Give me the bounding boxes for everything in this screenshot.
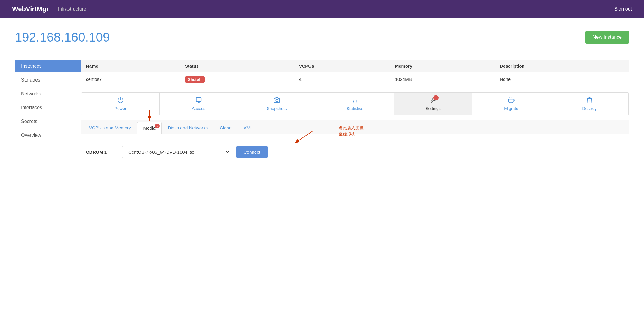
instance-status: Shutoff <box>180 72 294 86</box>
page-title-row: 192.168.160.109 New Instance <box>15 30 629 45</box>
instance-name: centos7 <box>81 72 180 86</box>
access-icon <box>195 97 202 105</box>
col-status: Status <box>180 60 294 72</box>
sidebar: InstancesStoragesNetworksInterfacesSecre… <box>15 60 81 164</box>
sub-tab-disks-networks[interactable]: Disks and Networks <box>162 122 214 134</box>
migrate-icon <box>508 97 515 105</box>
chinese-annotation: 点此插入光盘 至虚拟机 <box>339 125 364 137</box>
table-header: NameStatusVCPUsMemoryDescription <box>81 60 629 72</box>
action-tab-statistics[interactable]: Statistics <box>316 93 394 115</box>
sub-tab-clone[interactable]: Clone <box>214 122 238 134</box>
tab-badge-settings: 1 <box>433 95 439 100</box>
instance-memory: 1024MB <box>390 72 495 86</box>
col-name: Name <box>81 60 180 72</box>
signout-link[interactable]: Sign out <box>614 6 632 12</box>
main-content: 192.168.160.109 New Instance InstancesSt… <box>0 18 644 320</box>
instance-vcpus: 4 <box>294 72 390 86</box>
status-badge: Shutoff <box>185 76 204 83</box>
snapshots-icon <box>274 97 280 105</box>
statistics-icon <box>352 97 358 105</box>
action-tab-label-migrate: Migrate <box>504 106 518 111</box>
sub-tab-vcpu-memory[interactable]: VCPU's and Memory <box>83 122 137 134</box>
connect-area: Connect 点此插入光盘 至虚拟机 <box>236 146 268 158</box>
annotation-connect: 点此插入光盘 至虚拟机 <box>292 128 316 145</box>
col-memory: Memory <box>390 60 495 72</box>
cdrom-select[interactable]: CentOS-7-x86_64-DVD-1804.iso <box>122 146 230 158</box>
svg-rect-0 <box>196 98 201 102</box>
sidebar-item-interfaces[interactable]: Interfaces <box>15 101 81 114</box>
divider <box>15 54 629 54</box>
action-tab-label-destroy: Destroy <box>582 106 596 111</box>
action-tab-access[interactable]: Access <box>160 93 238 115</box>
power-icon <box>117 97 124 105</box>
action-tab-snapshots[interactable]: Snapshots <box>238 93 316 115</box>
action-tab-label-power: Power <box>115 106 127 111</box>
col-vcpus: VCPUs <box>294 60 390 72</box>
action-tab-label-settings: Settings <box>425 106 441 111</box>
action-tab-label-statistics: Statistics <box>346 106 363 111</box>
header-left: WebVirtMgr Infrastructure <box>12 5 86 13</box>
nav-infrastructure[interactable]: Infrastructure <box>58 6 86 12</box>
action-tab-power[interactable]: Power <box>81 93 160 115</box>
cdrom-label: CDROM 1 <box>86 149 116 155</box>
destroy-icon <box>586 97 593 105</box>
sidebar-item-secrets[interactable]: Secrets <box>15 115 81 128</box>
instance-description: None <box>495 72 629 86</box>
action-tab-migrate[interactable]: Migrate <box>472 93 550 115</box>
layout: InstancesStoragesNetworksInterfacesSecre… <box>15 60 629 164</box>
cdrom-row: CDROM 1 CentOS-7-x86_64-DVD-1804.iso Con… <box>81 140 629 164</box>
action-tab-label-snapshots: Snapshots <box>267 106 287 111</box>
action-tab-settings[interactable]: Settings1 <box>394 93 472 115</box>
connect-button[interactable]: Connect <box>236 146 268 158</box>
sidebar-item-storages[interactable]: Storages <box>15 74 81 86</box>
action-tabs: PowerAccessSnapshotsStatisticsSettings1M… <box>81 92 629 115</box>
content-area: NameStatusVCPUsMemoryDescription centos7… <box>81 60 629 164</box>
svg-point-1 <box>276 99 278 101</box>
instances-table: NameStatusVCPUsMemoryDescription centos7… <box>81 60 629 86</box>
col-description: Description <box>495 60 629 72</box>
brand-logo: WebVirtMgr <box>12 5 49 13</box>
header: WebVirtMgr Infrastructure Sign out <box>0 0 644 18</box>
action-tab-label-access: Access <box>192 106 205 111</box>
table-row[interactable]: centos7Shutoff41024MBNone <box>81 72 629 86</box>
sidebar-item-networks[interactable]: Networks <box>15 88 81 100</box>
sub-tab-media[interactable]: Media2 <box>137 122 162 134</box>
sub-tab-badge-media: 2 <box>155 124 160 128</box>
new-instance-button[interactable]: New Instance <box>585 31 629 44</box>
page-title: 192.168.160.109 <box>15 30 110 45</box>
sub-tab-xml[interactable]: XML <box>238 122 259 134</box>
sidebar-item-overview[interactable]: Overview <box>15 129 81 142</box>
action-tab-destroy[interactable]: Destroy <box>550 93 629 115</box>
sidebar-item-instances[interactable]: Instances <box>15 60 81 72</box>
